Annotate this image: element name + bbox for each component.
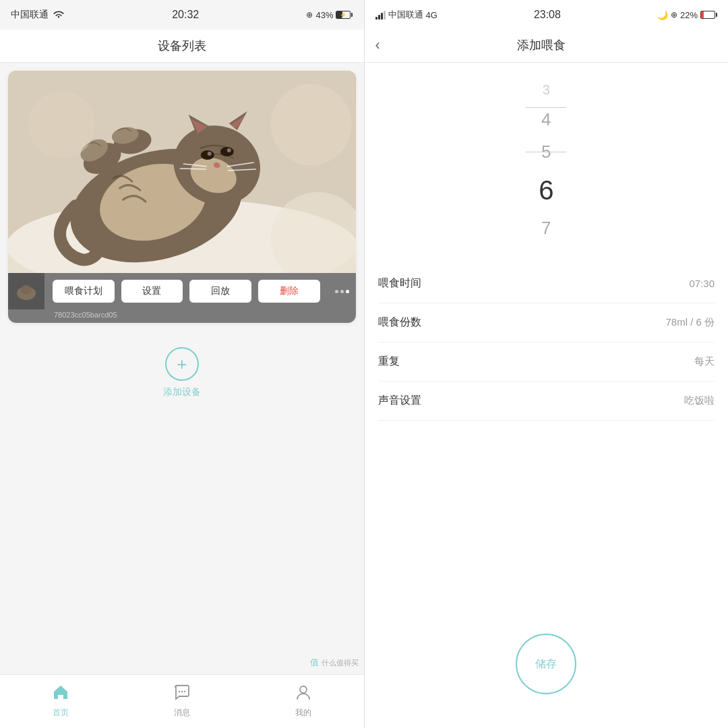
home-icon — [52, 684, 69, 704]
page-title-left: 设备列表 — [158, 39, 206, 53]
add-icon: + — [177, 355, 187, 373]
save-btn-container: 储存 — [365, 613, 729, 728]
feeding-time-label: 喂食时间 — [378, 276, 421, 291]
network-type: 4G — [426, 10, 437, 20]
time-right: 23:08 — [534, 9, 561, 21]
settings-button[interactable]: 设置 — [121, 280, 183, 303]
nav-message-label: 消息 — [174, 707, 190, 719]
repeat-label: 重复 — [378, 355, 400, 369]
dot-3 — [346, 290, 349, 293]
repeat-value: 每天 — [694, 355, 715, 368]
picker-item-0: 3 — [543, 76, 550, 103]
carrier-right: 中国联通 — [388, 9, 423, 21]
svg-line-13 — [180, 169, 206, 169]
carrier-left: 中国联通 — [11, 9, 49, 21]
feeding-amount-label: 喂食份数 — [378, 315, 421, 330]
nav-profile[interactable]: 我的 — [295, 684, 312, 719]
battery-area-left: ⊕ 43% ⚡ — [306, 10, 353, 20]
watermark-text: 什么值得买 — [322, 658, 359, 668]
battery-percent-left: 43% — [315, 10, 333, 20]
status-bar-left: 中国联通 20:32 ⊕ 43% ⚡ — [0, 0, 364, 30]
svg-point-24 — [271, 84, 352, 165]
svg-point-10 — [227, 148, 231, 152]
svg-point-31 — [181, 691, 183, 692]
device-id-bar: 78023cc05barcd05 — [8, 309, 356, 323]
location-icon: ⊕ — [306, 10, 313, 20]
moon-icon: 🌙 — [657, 10, 668, 20]
status-bar-right: 中国联通 4G 23:08 🌙 ⊕ 22% — [365, 0, 729, 30]
device-actions-bar: 喂食计划 设置 回放 删除 — [8, 273, 356, 309]
watermark: 值 什么值得买 — [310, 657, 359, 669]
svg-point-29 — [21, 285, 32, 295]
wifi-icon — [53, 10, 65, 20]
nav-profile-label: 我的 — [295, 707, 311, 719]
feeding-time-value: 07:30 — [689, 278, 715, 289]
svg-point-33 — [300, 686, 307, 693]
bottom-nav: 首页 消息 我的 — [0, 674, 364, 728]
dots-indicator — [328, 290, 356, 293]
dot-2 — [340, 290, 344, 293]
add-device-circle[interactable]: + — [165, 347, 199, 381]
dot-1 — [335, 290, 338, 293]
action-buttons: 喂食计划 设置 回放 删除 — [44, 273, 328, 309]
sound-label: 声音设置 — [378, 394, 421, 408]
chat-icon — [173, 684, 191, 704]
picker-item-selected: 6 — [539, 169, 553, 212]
picker-item-1: 4 — [541, 103, 551, 135]
svg-point-7 — [201, 150, 214, 160]
svg-point-32 — [184, 691, 185, 692]
picker-line-bottom — [526, 152, 566, 152]
add-device-section[interactable]: + 添加设备 — [0, 347, 364, 398]
playback-button[interactable]: 回放 — [189, 280, 251, 303]
page-title-right: 添加喂食 — [386, 37, 697, 53]
sound-row[interactable]: 声音设置 吃饭啦 — [378, 382, 715, 421]
picker-item-4: 7 — [541, 212, 551, 244]
battery-percent-right: 22% — [680, 10, 698, 20]
device-card: 喂食计划 设置 回放 删除 78023cc05barcd05 — [8, 71, 356, 323]
cat-image — [8, 71, 356, 273]
watermark-icon: 值 — [310, 657, 319, 669]
nav-message[interactable]: 消息 — [173, 684, 191, 719]
page-title-bar-left: 设备列表 — [0, 30, 364, 63]
number-picker[interactable]: 3 4 5 6 7 — [365, 63, 729, 264]
picker-line-top — [526, 107, 566, 108]
signal-icon — [375, 10, 386, 20]
carrier-wifi: 中国联通 — [11, 9, 65, 21]
battery-icon-left: ⚡ — [336, 11, 353, 19]
back-button[interactable]: ‹ — [375, 36, 386, 54]
battery-area-right: 🌙 ⊕ 22% — [657, 10, 717, 20]
right-panel: 中国联通 4G 23:08 🌙 ⊕ 22% ‹ 添加喂食 3 4 5 6 7 — [365, 0, 729, 728]
repeat-row[interactable]: 重复 每天 — [378, 342, 715, 382]
device-thumbnail — [8, 273, 44, 309]
svg-point-9 — [208, 152, 212, 156]
save-button[interactable]: 储存 — [516, 634, 576, 694]
nav-home-label: 首页 — [53, 707, 69, 719]
nav-home[interactable]: 首页 — [52, 684, 69, 719]
lightning-icon: ⚡ — [340, 12, 346, 18]
svg-point-8 — [220, 147, 234, 156]
signal-carrier-right: 中国联通 4G — [375, 9, 437, 21]
svg-point-25 — [28, 91, 96, 158]
page-header-right: ‹ 添加喂食 — [365, 30, 729, 63]
location-icon-right: ⊕ — [671, 10, 677, 20]
left-panel: 中国联通 20:32 ⊕ 43% ⚡ 设备列表 — [0, 0, 364, 728]
delete-button[interactable]: 删除 — [258, 280, 320, 303]
add-device-label: 添加设备 — [163, 386, 201, 398]
feeding-amount-row[interactable]: 喂食份数 78ml / 6 份 — [378, 303, 715, 342]
user-icon — [295, 684, 312, 704]
cat-illustration — [8, 71, 356, 273]
device-id: 78023cc05barcd05 — [54, 311, 117, 319]
svg-point-30 — [179, 691, 180, 692]
battery-icon-right — [700, 11, 717, 19]
settings-section: 喂食时间 07:30 喂食份数 78ml / 6 份 重复 每天 声音设置 吃饭… — [365, 264, 729, 613]
feeding-time-row[interactable]: 喂食时间 07:30 — [378, 264, 715, 303]
feeding-plan-button[interactable]: 喂食计划 — [53, 280, 115, 303]
sound-value: 吃饭啦 — [684, 394, 715, 407]
feeding-amount-value: 78ml / 6 份 — [665, 316, 715, 329]
time-left: 20:32 — [172, 9, 199, 21]
